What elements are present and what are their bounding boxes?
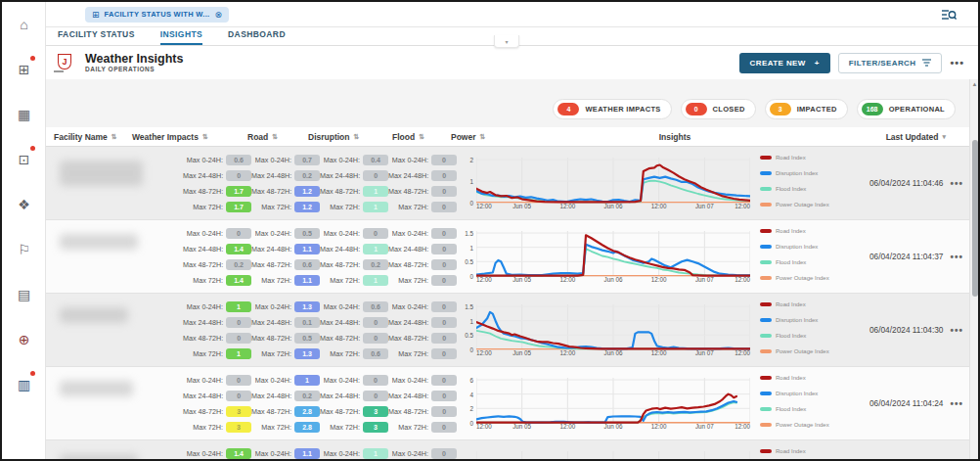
y-axis-tick: 2 bbox=[469, 405, 473, 412]
chart-legend: Road IndexDisruption IndexFlood IndexPow… bbox=[760, 440, 846, 460]
legend-swatch bbox=[760, 423, 772, 427]
sort-icon[interactable]: ⇅ bbox=[419, 133, 424, 141]
facility-name-redacted bbox=[60, 307, 128, 323]
metric-period-label: Max 48-72H: bbox=[183, 187, 223, 196]
sort-icon[interactable]: ⇅ bbox=[272, 133, 278, 141]
row-more-menu[interactable]: ••• bbox=[950, 398, 963, 409]
sort-desc-icon[interactable]: ▾ bbox=[942, 133, 946, 141]
badge-label: WEATHER IMPACTS bbox=[585, 105, 660, 114]
column-header-weather-impacts[interactable]: Weather Impacts⇅ bbox=[132, 132, 247, 142]
metric-period-label: Max 0-24H: bbox=[392, 449, 428, 458]
flood-value-chip: 1 bbox=[363, 275, 388, 286]
legend-item: Road Index bbox=[760, 155, 846, 161]
flood-metrics-cell: Max 0-24H:0Max 24-48H:0Max 48-72H:3Max 7… bbox=[320, 367, 388, 439]
header-more-menu[interactable]: ••• bbox=[950, 57, 964, 69]
close-tab-icon[interactable]: ⊗ bbox=[214, 10, 222, 20]
metric-period-label: Max 0-24H: bbox=[255, 302, 291, 311]
column-header-power[interactable]: Power⇅ bbox=[451, 132, 521, 142]
disruption-metrics-cell: Max 0-24H:1.1 bbox=[251, 440, 320, 459]
disruption-value-chip: 1 bbox=[294, 375, 320, 386]
insights-chart: 00.511.512:00Jun 0512:00Jun 0612:00Jun 0… bbox=[476, 227, 750, 280]
status-badge-operational[interactable]: 168OPERATIONAL bbox=[857, 99, 956, 119]
metric-line: Max 24-48H:0 bbox=[320, 388, 388, 403]
column-header-facility-name[interactable]: Facility Name⇅ bbox=[46, 132, 132, 142]
metric-line: Max 0-24H:1.4 bbox=[183, 445, 251, 460]
status-badge-impacted[interactable]: 3IMPACTED bbox=[765, 99, 848, 119]
road-value-chip: 1.4 bbox=[226, 244, 251, 254]
tab-insights[interactable]: INSIGHTS bbox=[160, 29, 202, 45]
metric-line: Max 24-48H:0 bbox=[183, 167, 251, 183]
collapse-panel-handle[interactable]: ▾ bbox=[494, 35, 519, 48]
legend-label: Disruption Index bbox=[776, 391, 818, 396]
row-more-menu[interactable]: ••• bbox=[950, 325, 963, 336]
filter-funnel-icon bbox=[922, 59, 931, 67]
sidebar-org-building-icon[interactable]: ▥ bbox=[2, 362, 46, 407]
power-metrics-cell: Max 0-24H:0 bbox=[388, 440, 457, 459]
metric-line: Max 72H:2.8 bbox=[251, 419, 320, 435]
brand-logo: J bbox=[46, 54, 71, 72]
table-header-row: Facility Name⇅Weather Impacts⇅Road⇅Disru… bbox=[46, 127, 969, 147]
metric-line: Max 0-24H:0 bbox=[388, 445, 457, 460]
sidebar-globe-icon[interactable]: ⊕ bbox=[2, 317, 46, 362]
sidebar-contact-card-icon[interactable]: ▤ bbox=[2, 272, 46, 317]
sort-icon[interactable]: ⇅ bbox=[202, 133, 208, 141]
flood-value-chip: 0 bbox=[363, 375, 388, 386]
road-value-chip: 1.4 bbox=[226, 448, 251, 459]
metric-line: Max 72H:1.4 bbox=[183, 272, 251, 288]
column-header-last-updated[interactable]: Last Updated▾ bbox=[828, 132, 946, 142]
y-axis-tick: 0.5 bbox=[465, 332, 473, 339]
metric-period-label: Max 72H: bbox=[193, 423, 223, 432]
sidebar-map-icon[interactable]: ▦ bbox=[2, 92, 46, 137]
status-badges-row: 4WEATHER IMPACTS0CLOSED3IMPACTED168OPERA… bbox=[46, 79, 969, 125]
open-tab-chip-facility-status[interactable]: ⊞ FACILITY STATUS WITH W... ⊗ bbox=[85, 7, 229, 23]
road-value-chip: 1.7 bbox=[226, 186, 251, 197]
page-subtitle: DAILY OPERATIONS bbox=[85, 66, 183, 72]
sidebar-home-icon[interactable]: ⌂ bbox=[2, 2, 46, 47]
facility-name-redacted bbox=[60, 161, 143, 186]
column-header-disruption[interactable]: Disruption⇅ bbox=[308, 132, 392, 142]
flood-value-chip: 0 bbox=[363, 333, 388, 344]
vertical-scrollbar[interactable]: ▲ bbox=[969, 79, 978, 459]
power-value-chip: 0 bbox=[431, 348, 457, 359]
tab-dashboard[interactable]: DASHBOARD bbox=[228, 29, 286, 45]
row-more-menu[interactable]: ••• bbox=[950, 252, 963, 262]
create-new-button[interactable]: CREATE NEW + bbox=[739, 53, 830, 73]
column-header-flood[interactable]: Flood⇅ bbox=[392, 132, 451, 142]
metric-line: Max 24-48H:0 bbox=[320, 167, 388, 183]
y-axis-tick: 0.5 bbox=[465, 258, 473, 265]
row-more-menu[interactable]: ••• bbox=[950, 178, 963, 189]
scrollbar-thumb[interactable] bbox=[972, 140, 978, 297]
metric-line: Max 72H:3 bbox=[183, 419, 251, 435]
row-right-cell: 06/04/2024 11:04:46••• bbox=[846, 147, 969, 219]
flood-value-chip: 3 bbox=[363, 422, 388, 433]
legend-swatch bbox=[760, 302, 772, 306]
legend-swatch bbox=[760, 376, 772, 380]
legend-label: Road Index bbox=[776, 301, 806, 307]
metric-period-label: Max 48-72H: bbox=[251, 334, 291, 343]
y-axis-tick: 1 bbox=[469, 317, 473, 324]
road-value-chip: 1 bbox=[226, 301, 251, 312]
sort-icon[interactable]: ⇅ bbox=[354, 133, 360, 141]
filter-search-button[interactable]: FILTER/SEARCH bbox=[838, 53, 943, 73]
collapse-icon: ▾ bbox=[505, 38, 508, 45]
disruption-value-chip: 1.2 bbox=[294, 186, 320, 197]
x-axis-tick: 12:00 bbox=[651, 276, 667, 283]
table-row: Max 0-24H:1.4Max 0-24H:1.1Max 0-24H:1Max… bbox=[46, 440, 969, 460]
metric-period-label: Max 48-72H: bbox=[183, 260, 223, 269]
flood-value-chip: 1 bbox=[363, 448, 388, 459]
filter-search-icon[interactable] bbox=[942, 8, 957, 25]
sort-icon[interactable]: ⇅ bbox=[480, 133, 486, 141]
sidebar-monitor-icon[interactable]: ⊡ bbox=[2, 137, 46, 182]
sort-icon[interactable]: ⇅ bbox=[111, 133, 117, 141]
legend-label: Road Index bbox=[776, 448, 806, 454]
status-badge-weather-impacts[interactable]: 4WEATHER IMPACTS bbox=[553, 99, 671, 119]
page-title: Weather Insights bbox=[85, 53, 183, 66]
sidebar-facility-board-icon[interactable]: ⊞ bbox=[2, 47, 46, 92]
status-badge-closed[interactable]: 0CLOSED bbox=[681, 99, 756, 119]
sidebar-apps-icon[interactable]: ❖ bbox=[2, 182, 46, 227]
metric-line: Max 0-24H:0 bbox=[183, 372, 251, 388]
sidebar-announcement-icon[interactable]: ⚐ bbox=[2, 227, 46, 272]
scrollbar-up-arrow[interactable]: ▲ bbox=[970, 81, 979, 87]
column-header-road[interactable]: Road⇅ bbox=[247, 132, 308, 142]
tab-facility-status[interactable]: FACILITY STATUS bbox=[58, 29, 135, 45]
